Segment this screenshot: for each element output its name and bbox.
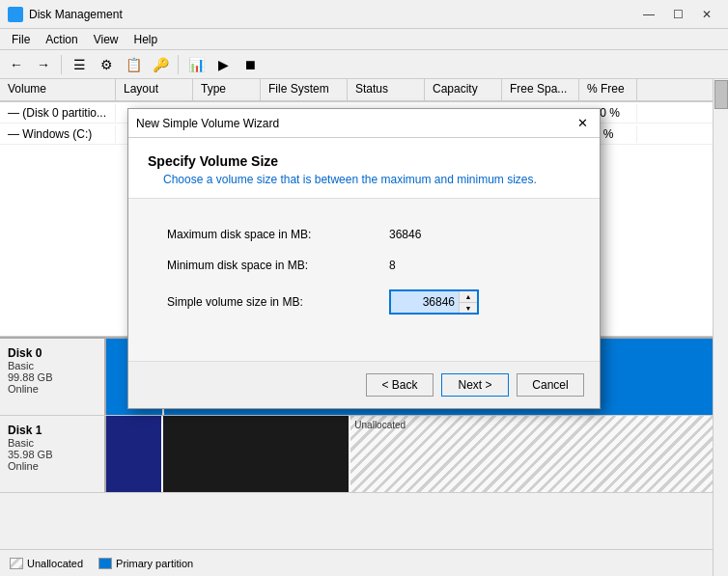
modal-subtitle: Choose a volume size that is between the…	[163, 173, 580, 186]
modal-content-section: Maximum disk space in MB: 36846 Minimum …	[128, 199, 600, 361]
toolbar-forward[interactable]: →	[31, 53, 56, 76]
cell-volume-0: — (Disk 0 partitio...	[0, 104, 116, 122]
title-bar: Disk Management — ☐ ✕	[0, 0, 728, 29]
col-status: Status	[348, 79, 425, 100]
spinner-up-button[interactable]: ▲	[460, 291, 477, 302]
disk-0-size: 99.88 GB	[8, 371, 97, 383]
back-button[interactable]: < Back	[366, 373, 434, 397]
legend-bar: Unallocated Primary partition	[0, 549, 728, 576]
toolbar-play[interactable]: ▶	[210, 53, 236, 76]
disk-0-status: Online	[8, 383, 97, 395]
max-space-value: 36846	[389, 228, 421, 241]
toolbar-chart[interactable]: 📊	[183, 53, 209, 76]
menu-help[interactable]: Help	[126, 31, 166, 48]
disk-1-partitions: Unallocated	[106, 416, 728, 492]
max-space-label: Maximum disk space in MB:	[167, 228, 389, 241]
col-volume: Volume	[0, 79, 116, 100]
col-freespace: Free Spa...	[502, 79, 579, 100]
form-row-size: Simple volume size in MB: ▲ ▼	[167, 289, 561, 315]
volume-size-input[interactable]	[391, 291, 459, 313]
disk-1-unalloc-label: Unallocated	[354, 420, 722, 430]
toolbar-back[interactable]: ←	[4, 53, 29, 76]
next-button[interactable]: Next >	[441, 373, 509, 397]
minimize-button[interactable]: —	[635, 4, 662, 25]
toolbar-properties[interactable]: ☰	[67, 53, 92, 76]
disk-label-1: Disk 1 Basic 35.98 GB Online	[0, 416, 106, 492]
col-capacity: Capacity	[425, 79, 502, 100]
toolbar: ← → ☰ ⚙ 📋 🔑 📊 ▶ ⏹	[0, 50, 728, 79]
cancel-button[interactable]: Cancel	[517, 373, 584, 397]
menu-bar: File Action View Help	[0, 29, 728, 50]
toolbar-settings[interactable]: ⚙	[94, 53, 119, 76]
scrollbar-track[interactable]	[713, 79, 728, 576]
app-icon	[8, 7, 23, 22]
disk-1-size: 35.98 GB	[8, 449, 97, 460]
disk-label-0: Disk 0 Basic 99.88 GB Online	[0, 339, 106, 415]
maximize-button[interactable]: ☐	[664, 4, 691, 25]
disk-1-part-0[interactable]	[106, 416, 163, 492]
modal-close-button[interactable]: ✕	[573, 114, 592, 133]
disk-0-type: Basic	[8, 360, 97, 371]
form-row-max: Maximum disk space in MB: 36846	[167, 228, 561, 241]
scrollbar-thumb[interactable]	[714, 80, 728, 109]
modal-body: Specify Volume Size Choose a volume size…	[128, 138, 600, 408]
col-layout: Layout	[116, 79, 193, 100]
legend-primary-icon	[98, 558, 112, 569]
modal-header-section: Specify Volume Size Choose a volume size…	[128, 138, 600, 199]
legend-unallocated: Unallocated	[10, 558, 83, 569]
toolbar-separator-1	[61, 55, 62, 74]
toolbar-stop[interactable]: ⏹	[238, 53, 263, 76]
menu-file[interactable]: File	[4, 31, 38, 48]
new-volume-wizard-dialog: New Simple Volume Wizard ✕ Specify Volum…	[127, 108, 601, 409]
window-controls: — ☐ ✕	[635, 4, 720, 25]
modal-title: New Simple Volume Wizard	[136, 117, 573, 130]
window-title: Disk Management	[29, 8, 635, 21]
volume-size-spinner[interactable]: ▲ ▼	[389, 289, 479, 315]
disk-row-1: Disk 1 Basic 35.98 GB Online Unallocated	[0, 416, 728, 493]
menu-action[interactable]: Action	[38, 31, 85, 48]
volume-size-label: Simple volume size in MB:	[167, 295, 389, 309]
menu-view[interactable]: View	[86, 31, 126, 48]
modal-footer: < Back Next > Cancel	[128, 361, 600, 408]
form-row-min: Minimum disk space in MB: 8	[167, 259, 561, 272]
toolbar-key[interactable]: 🔑	[148, 53, 173, 76]
cell-volume-1: — Windows (C:)	[0, 125, 116, 143]
min-space-label: Minimum disk space in MB:	[167, 259, 389, 272]
close-button[interactable]: ✕	[693, 4, 720, 25]
legend-unalloc-icon	[10, 558, 23, 569]
modal-title-bar: New Simple Volume Wizard ✕	[128, 109, 600, 138]
main-content: Volume Layout Type File System Status Ca…	[0, 79, 728, 576]
legend-primary-label: Primary partition	[116, 558, 193, 569]
spinner-down-button[interactable]: ▼	[460, 302, 477, 313]
disk-1-status: Online	[8, 460, 97, 472]
toolbar-clipboard[interactable]: 📋	[121, 53, 146, 76]
modal-main-title: Specify Volume Size	[148, 153, 580, 169]
col-type: Type	[193, 79, 261, 100]
min-space-value: 8	[389, 259, 396, 272]
col-percentfree: % Free	[579, 79, 637, 100]
spinner-buttons: ▲ ▼	[459, 291, 477, 313]
disk-1-type: Basic	[8, 437, 97, 449]
toolbar-separator-2	[178, 55, 179, 74]
disk-1-part-2[interactable]: Unallocated	[350, 416, 728, 492]
table-header: Volume Layout Type File System Status Ca…	[0, 79, 728, 102]
disk-1-name: Disk 1	[8, 424, 97, 437]
legend-unalloc-label: Unallocated	[27, 558, 83, 569]
disk-0-name: Disk 0	[8, 346, 97, 360]
col-filesystem: File System	[261, 79, 348, 100]
disk-1-part-1[interactable]	[163, 416, 350, 492]
legend-primary: Primary partition	[98, 558, 193, 569]
